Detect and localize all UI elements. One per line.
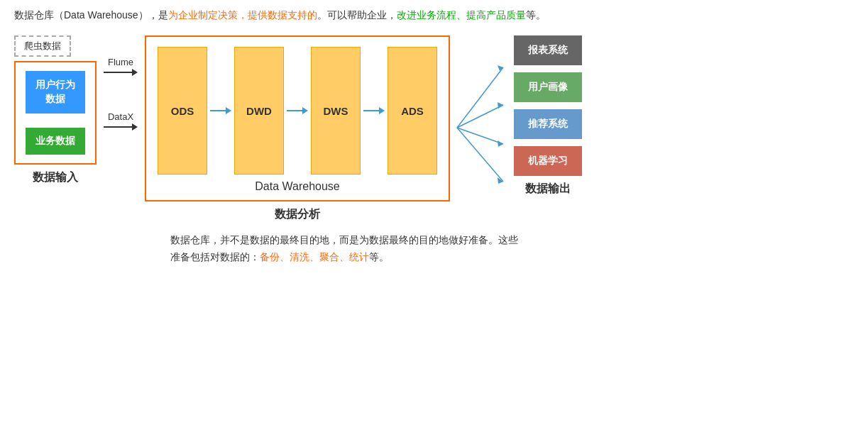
dwd-dws-arrow [284, 107, 311, 114]
warehouse-label: Data Warehouse [158, 180, 437, 193]
ods-block: ODS [158, 47, 207, 175]
datax-arrow-line [104, 123, 138, 131]
dws-ads-head [379, 107, 385, 114]
top-desc-highlight2: 改进业务流程、提高产品质量 [397, 9, 526, 21]
output-section-label: 数据输出 [525, 182, 571, 197]
warehouse-layers: ODS DWD [158, 47, 437, 175]
top-description: 数据仓库（Data Warehouse），是为企业制定决策，提供数据支持的。可以… [14, 7, 854, 23]
ads-block: ADS [388, 47, 437, 175]
ods-dwd-arrow [207, 107, 234, 114]
flume-arrow-item: Flume [104, 57, 138, 76]
dwd-dws-shaft [287, 110, 302, 111]
svg-marker-1 [498, 65, 503, 71]
flume-arrow-head [132, 69, 138, 76]
user-behavior-item: 用户行为数据 [26, 71, 85, 113]
output-report: 报表系统 [514, 35, 582, 65]
page-container: 数据仓库（Data Warehouse），是为企业制定决策，提供数据支持的。可以… [14, 7, 854, 266]
bottom-description: 数据仓库，并不是数据的最终目的地，而是为数据最终的目的地做好准备。这些 准备包括… [14, 232, 854, 266]
fan-arrows [457, 35, 514, 208]
bottom-desc-highlight: 备份、清洗、聚合、统计 [260, 251, 369, 262]
bottom-desc-part2: 准备包括对数据的： [170, 251, 260, 262]
input-section-label: 数据输入 [33, 170, 78, 185]
user-behavior-box: 用户行为数据 [26, 71, 85, 113]
input-arrows: Flume DataX [104, 35, 138, 131]
business-data-item: 业务数据 [26, 128, 85, 155]
warehouse-section-label: 数据分析 [275, 207, 320, 222]
dws-block: DWS [311, 47, 361, 175]
diagram-area: 爬虫数据 用户行为数据 业务数据 数据输入 Flume Dat [14, 35, 854, 222]
dwd-bar: DWD [234, 47, 284, 175]
datax-arrow-head [132, 123, 138, 131]
svg-marker-3 [498, 102, 503, 109]
svg-line-0 [457, 67, 503, 128]
warehouse-section: ODS DWD [145, 35, 450, 222]
top-desc-part3: 等。 [526, 9, 546, 21]
input-box: 用户行为数据 业务数据 [14, 61, 97, 164]
fan-svg [457, 50, 514, 206]
top-desc-part1: 数据仓库（Data Warehouse），是 [14, 9, 168, 21]
datax-arrow-item: DataX [104, 111, 138, 131]
business-data-box: 业务数据 [26, 128, 85, 155]
output-boxes: 报表系统 用户画像 推荐系统 机器学习 [514, 35, 582, 176]
datax-label: DataX [108, 111, 133, 122]
flume-arrow-shaft [104, 72, 132, 73]
ods-dwd-shaft [210, 110, 226, 111]
top-desc-highlight1: 为企业制定决策，提供数据支持的 [168, 9, 317, 21]
crawler-label: 爬虫数据 [14, 35, 71, 57]
svg-marker-5 [498, 140, 503, 147]
datax-arrow-shaft [104, 126, 132, 128]
dws-bar: DWS [311, 47, 361, 175]
dws-ads-arrow [361, 107, 388, 114]
dwd-dws-head [302, 107, 308, 114]
ods-dwd-head [226, 107, 231, 114]
dws-ads-shaft [363, 110, 379, 111]
output-ml: 机器学习 [514, 146, 582, 176]
warehouse-outer-box: ODS DWD [145, 35, 450, 201]
left-section: 爬虫数据 用户行为数据 业务数据 数据输入 [14, 35, 97, 184]
ads-bar: ADS [388, 47, 437, 175]
top-desc-part2: 。可以帮助企业， [317, 9, 397, 21]
dwd-block: DWD [234, 47, 284, 175]
svg-line-2 [457, 105, 503, 128]
ods-bar: ODS [158, 47, 207, 175]
output-recommend: 推荐系统 [514, 109, 582, 139]
flume-arrow-line [104, 69, 138, 76]
flume-label: Flume [108, 57, 133, 67]
bottom-desc-part1: 数据仓库，并不是数据的最终目的地，而是为数据最终的目的地做好准备。这些 [170, 234, 518, 245]
output-section: 报表系统 用户画像 推荐系统 机器学习 数据输出 [514, 35, 582, 197]
output-user-portrait: 用户画像 [514, 72, 582, 102]
bottom-desc-part3: 等。 [369, 251, 389, 262]
